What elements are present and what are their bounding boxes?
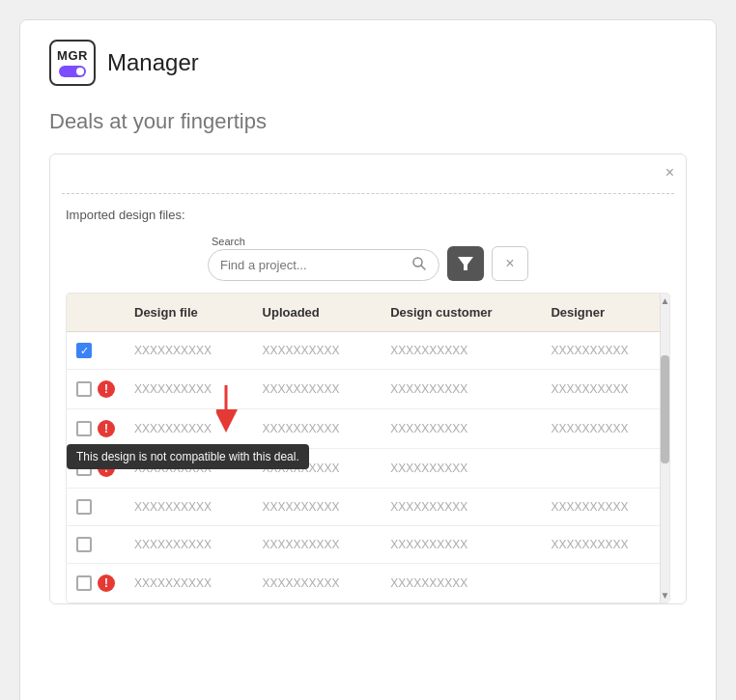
page-title: Deals at your fingertips [49, 109, 687, 134]
table-header-row: Design file Uploaded Design customer Des… [67, 294, 669, 332]
design-files-table: Design file Uploaded Design customer Des… [67, 294, 669, 602]
cell-uploaded: XXXXXXXXXX [253, 489, 382, 526]
cell-designer [541, 449, 669, 489]
table-row: ! XXXXXXXXXX XXXXXXXXXX XXXXXXXXXX XXXXX… [67, 370, 669, 409]
row-checkbox[interactable] [76, 381, 92, 397]
search-row: Search [66, 236, 670, 281]
cell-design-customer: XXXXXXXXXX [381, 449, 541, 489]
scroll-up-icon[interactable]: ▲ [661, 295, 670, 306]
cell-design-file: XXXXXXXXXX [125, 370, 253, 409]
search-label: Search [208, 236, 439, 247]
cell-design-customer: XXXXXXXXXX [381, 332, 541, 370]
cell-design-file: XXXXXXXXXX [125, 409, 253, 449]
row-checkbox[interactable] [76, 343, 92, 358]
cell-designer: XXXXXXXXXX [541, 489, 669, 526]
logo: MGR [49, 40, 96, 86]
logo-toggle [59, 66, 86, 77]
cell-uploaded: XXXXXXXXXX [253, 409, 382, 449]
cell-design-file: XXXXXXXXXX [125, 526, 253, 564]
col-designer: Designer [541, 294, 669, 332]
checkbox-cell [76, 537, 115, 552]
clear-icon: × [505, 255, 514, 272]
logo-text: MGR [57, 48, 88, 63]
cell-design-customer: XXXXXXXXXX [381, 409, 541, 449]
panel-close-button[interactable]: × [665, 164, 674, 182]
filter-button[interactable] [447, 246, 484, 281]
cell-uploaded: XXXXXXXXXX [253, 526, 382, 564]
search-button[interactable] [411, 256, 427, 274]
row-checkbox[interactable] [76, 537, 92, 552]
cell-uploaded: XXXXXXXXXX [253, 370, 382, 409]
col-design-file: Design file [125, 294, 253, 332]
row-checkbox[interactable] [76, 421, 92, 436]
cell-designer [541, 564, 669, 603]
app-window: MGR Manager Deals at your fingertips × I… [19, 19, 717, 700]
table-row: XXXXXXXXXX XXXXXXXXXX XXXXXXXXXX XXXXXXX… [67, 489, 669, 526]
cell-design-file: XXXXXXXXXX [125, 332, 253, 370]
cell-design-customer: XXXXXXXXXX [381, 489, 541, 526]
cell-design-customer: XXXXXXXXXX [381, 526, 541, 564]
search-input[interactable] [220, 258, 411, 272]
clear-filter-button[interactable]: × [492, 246, 528, 281]
search-icon [411, 256, 427, 271]
error-icon: ! [98, 380, 115, 398]
search-group: Search [208, 236, 439, 281]
header: MGR Manager [49, 40, 687, 86]
table-row: ! XXXXXXXXXX XXXXXXXXXX XXXXXXXXXX [67, 564, 669, 603]
table-row: XXXXXXXXXX XXXXXXXXXX XXXXXXXXXX XXXXXXX… [67, 526, 669, 564]
cell-uploaded: XXXXXXXXXX [253, 564, 382, 603]
checkbox-cell [76, 343, 115, 358]
checkbox-cell: ! [76, 574, 115, 592]
imported-label: Imported design files: [66, 208, 670, 222]
error-icon: ! [98, 420, 115, 437]
cell-designer: XXXXXXXXXX [541, 332, 669, 370]
filter-icon [458, 257, 473, 270]
panel-body: Imported design files: Search [50, 194, 686, 603]
svg-marker-2 [458, 257, 473, 270]
col-checkbox [67, 294, 125, 332]
cell-design-file: XXXXXXXXXX [125, 489, 253, 526]
main-panel: × Imported design files: Search [49, 154, 687, 604]
row-checkbox[interactable] [76, 499, 92, 515]
table-wrap: Design file Uploaded Design customer Des… [66, 293, 670, 603]
checkbox-cell: ! [76, 380, 115, 398]
tooltip: This design is not compatible with this … [67, 444, 309, 469]
cell-uploaded: XXXXXXXXXX [253, 332, 382, 370]
svg-line-1 [421, 266, 425, 269]
scrollbar-thumb[interactable] [661, 355, 669, 463]
table-row: ! This design is not compatible with thi… [67, 409, 669, 449]
col-uploaded: Uploaded [253, 294, 382, 332]
scrollbar[interactable]: ▲ ▼ [660, 294, 669, 602]
checkbox-cell [76, 499, 115, 515]
search-input-wrap [208, 249, 439, 281]
cell-design-customer: XXXXXXXXXX [381, 564, 541, 603]
cell-designer: XXXXXXXXXX [541, 409, 669, 449]
error-icon: ! [98, 574, 115, 592]
scroll-down-icon[interactable]: ▼ [661, 590, 670, 601]
cell-design-customer: XXXXXXXXXX [381, 370, 541, 409]
table-row: XXXXXXXXXX XXXXXXXXXX XXXXXXXXXX XXXXXXX… [67, 332, 669, 370]
col-design-customer: Design customer [381, 294, 541, 332]
row-checkbox[interactable] [76, 575, 92, 591]
table-container: Design file Uploaded Design customer Des… [66, 293, 670, 603]
app-title: Manager [107, 49, 199, 76]
cell-design-file: XXXXXXXXXX [125, 564, 253, 603]
checkbox-cell: ! [76, 420, 115, 437]
cell-designer: XXXXXXXXXX [541, 370, 669, 409]
cell-designer: XXXXXXXXXX [541, 526, 669, 564]
